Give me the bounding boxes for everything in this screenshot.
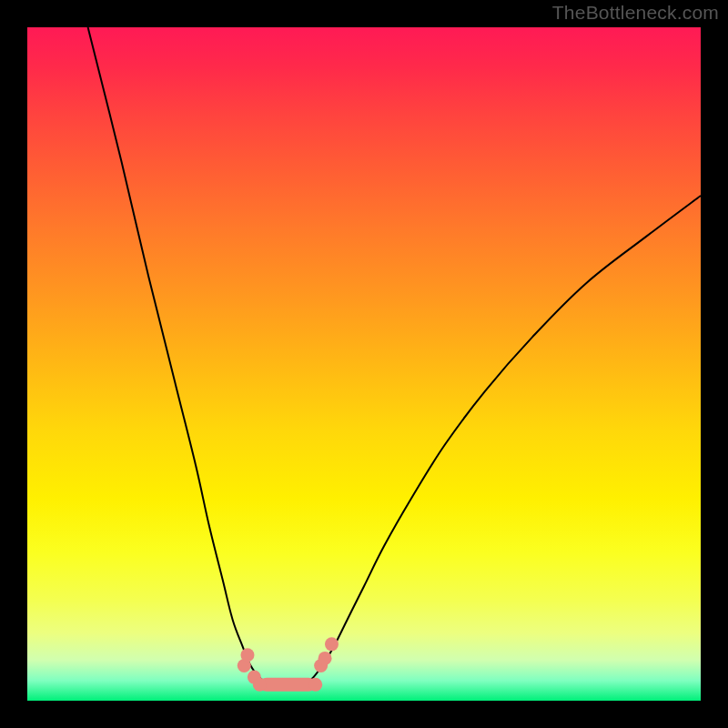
bottom-cluster: [238, 637, 339, 691]
curves-layer: [27, 27, 701, 701]
svg-point-1: [308, 678, 322, 692]
left-curve: [88, 27, 271, 684]
cluster-dot: [318, 652, 332, 665]
cluster-dot: [240, 648, 254, 662]
plot-area: [27, 27, 701, 701]
watermark-text: TheBottleneck.com: [552, 2, 719, 24]
right-curve: [306, 196, 701, 684]
chart-frame: TheBottleneck.com: [0, 0, 728, 728]
cluster-dot: [325, 637, 339, 651]
cluster-sausage: [259, 678, 315, 692]
svg-point-0: [253, 678, 267, 692]
